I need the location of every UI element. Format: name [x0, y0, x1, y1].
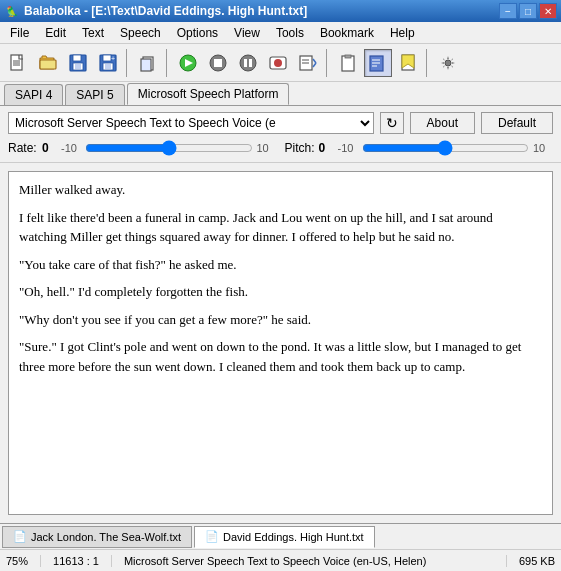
rate-min: -10	[61, 142, 81, 154]
menu-bar: File Edit Text Speech Options View Tools…	[0, 22, 561, 44]
pitch-max: 10	[533, 142, 553, 154]
status-position: 11613 : 1	[53, 555, 112, 567]
menu-text[interactable]: Text	[74, 24, 112, 42]
svg-rect-22	[244, 59, 247, 67]
rate-slider[interactable]	[85, 140, 253, 156]
title-bar: 🦜 Balabolka - [E:\Text\David Eddings. Hi…	[0, 0, 561, 22]
rate-slider-group: Rate: 0 -10 10	[8, 140, 277, 156]
svg-rect-32	[345, 55, 351, 58]
document-tabs: 📄 Jack London. The Sea-Wolf.txt 📄 David …	[0, 523, 561, 549]
tts-tabs-bar: SAPI 4 SAPI 5 Microsoft Speech Platform	[0, 82, 561, 106]
status-bar: 75% 11613 : 1 Microsoft Server Speech Te…	[0, 549, 561, 571]
svg-rect-20	[214, 59, 222, 67]
save-button[interactable]	[64, 49, 92, 77]
stop-button[interactable]	[204, 49, 232, 77]
voice-select[interactable]: Microsoft Server Speech Text to Speech V…	[8, 112, 374, 134]
svg-point-25	[274, 59, 282, 67]
tab-sapi5[interactable]: SAPI 5	[65, 84, 124, 105]
bookmark-button[interactable]	[394, 49, 422, 77]
settings-button[interactable]	[434, 49, 462, 77]
doc-tab-label-2: David Eddings. High Hunt.txt	[223, 531, 364, 543]
tab-sapi4[interactable]: SAPI 4	[4, 84, 63, 105]
minimize-button[interactable]: −	[499, 3, 517, 19]
pitch-slider-group: Pitch: 0 -10 10	[285, 140, 554, 156]
voice-settings-panel: Microsoft Server Speech Text to Speech V…	[0, 106, 561, 163]
svg-rect-9	[75, 64, 81, 69]
svg-rect-5	[40, 60, 56, 69]
app-icon: 🦜	[4, 3, 20, 19]
open-button[interactable]	[34, 49, 62, 77]
new-button[interactable]	[4, 49, 32, 77]
status-size: 695 KB	[519, 555, 555, 567]
pitch-slider[interactable]	[362, 140, 529, 156]
status-voice: Microsoft Server Speech Text to Speech V…	[124, 555, 507, 567]
pitch-label: Pitch:	[285, 141, 315, 155]
tts-file-button[interactable]	[294, 49, 322, 77]
toolbar: +	[0, 44, 561, 82]
separator-2	[166, 49, 170, 77]
doc-icon-1: 📄	[13, 530, 27, 543]
text-content-area[interactable]: Miller walked away.I felt like there'd b…	[8, 171, 553, 515]
pitch-min: -10	[338, 142, 358, 154]
menu-file[interactable]: File	[2, 24, 37, 42]
svg-rect-7	[73, 55, 81, 61]
status-zoom: 75%	[6, 555, 41, 567]
close-button[interactable]: ✕	[539, 3, 557, 19]
doc-tab-high-hunt[interactable]: 📄 David Eddings. High Hunt.txt	[194, 526, 375, 548]
svg-point-39	[445, 60, 451, 66]
pitch-value: 0	[319, 141, 334, 155]
about-button[interactable]: About	[410, 112, 475, 134]
doc-tab-sea-wolf[interactable]: 📄 Jack London. The Sea-Wolf.txt	[2, 526, 192, 548]
svg-line-30	[313, 63, 316, 67]
maximize-button[interactable]: □	[519, 3, 537, 19]
menu-help[interactable]: Help	[382, 24, 423, 42]
separator-4	[426, 49, 430, 77]
play-button[interactable]	[174, 49, 202, 77]
saveas-button[interactable]: +	[94, 49, 122, 77]
rate-max: 10	[257, 142, 277, 154]
separator-3	[326, 49, 330, 77]
svg-rect-23	[249, 59, 252, 67]
tab-microsoft-speech-platform[interactable]: Microsoft Speech Platform	[127, 83, 290, 105]
copy-button[interactable]	[134, 49, 162, 77]
menu-bookmark[interactable]: Bookmark	[312, 24, 382, 42]
menu-edit[interactable]: Edit	[37, 24, 74, 42]
refresh-button[interactable]: ↻	[380, 112, 404, 134]
svg-rect-13	[105, 64, 111, 69]
sliders-row: Rate: 0 -10 10 Pitch: 0 -10 10	[8, 140, 553, 156]
menu-options[interactable]: Options	[169, 24, 226, 42]
tts-active-button[interactable]	[364, 49, 392, 77]
svg-text:+: +	[111, 55, 115, 62]
menu-tools[interactable]: Tools	[268, 24, 312, 42]
clipboard-button[interactable]	[334, 49, 362, 77]
window-title: Balabolka - [E:\Text\David Eddings. High…	[24, 4, 307, 18]
svg-point-21	[240, 55, 256, 71]
separator-1	[126, 49, 130, 77]
pause-button[interactable]	[234, 49, 262, 77]
svg-rect-11	[103, 55, 111, 61]
menu-speech[interactable]: Speech	[112, 24, 169, 42]
doc-tab-label-1: Jack London. The Sea-Wolf.txt	[31, 531, 181, 543]
rate-value: 0	[42, 141, 57, 155]
doc-icon-2: 📄	[205, 530, 219, 543]
svg-line-29	[313, 59, 316, 63]
default-button[interactable]: Default	[481, 112, 553, 134]
svg-rect-16	[141, 59, 151, 71]
menu-view[interactable]: View	[226, 24, 268, 42]
rate-label: Rate:	[8, 141, 38, 155]
record-button[interactable]	[264, 49, 292, 77]
